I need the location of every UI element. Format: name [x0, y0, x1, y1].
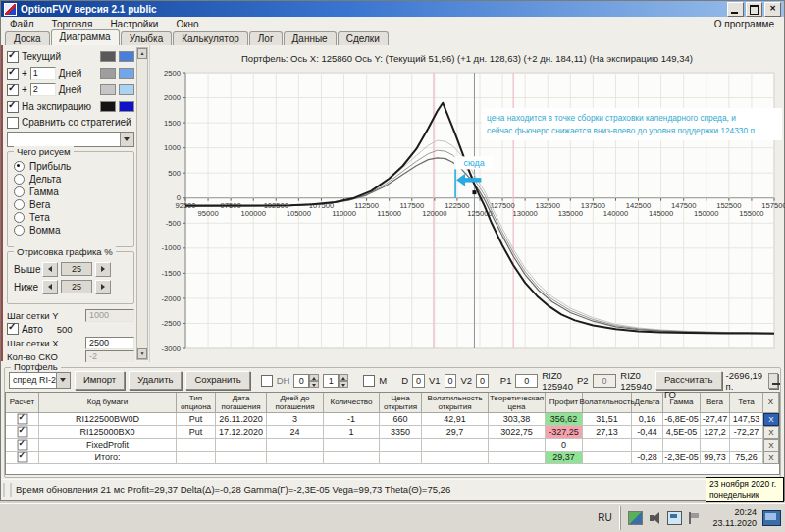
current-line-swatch[interactable] — [100, 51, 116, 62]
compare-strategy-checkbox[interactable] — [7, 117, 19, 129]
language-indicator[interactable]: RU — [590, 512, 619, 523]
d-input[interactable]: 0 — [412, 374, 425, 388]
radio-theta-dot[interactable] — [14, 212, 25, 223]
column-header-11[interactable]: Дельта — [632, 393, 663, 413]
m-checkbox[interactable] — [363, 375, 375, 387]
below-decrease-button[interactable] — [42, 280, 58, 294]
column-header-9[interactable]: Профит — [546, 393, 583, 413]
tray-app-icon[interactable] — [628, 511, 643, 525]
column-header-10[interactable]: Волатильность — [583, 393, 632, 413]
strategy-select[interactable] — [7, 132, 134, 147]
radio-gamma[interactable]: Гамма — [14, 186, 130, 198]
radio-vomma-dot[interactable] — [14, 225, 25, 236]
column-header-1[interactable]: Код бумаги — [39, 393, 177, 413]
menu-settings[interactable]: Настройки — [101, 19, 167, 29]
column-header-3[interactable]: Дата погашения — [216, 393, 267, 413]
plus2-days-input[interactable]: 2 — [30, 83, 56, 96]
row-delete-button[interactable]: X — [763, 413, 779, 426]
row-calc-checkbox[interactable] — [17, 440, 27, 451]
calc-margin-button[interactable]: Рассчитать ГО — [655, 371, 722, 390]
column-header-14[interactable]: Тета — [730, 393, 763, 413]
expiration-fill-swatch[interactable] — [119, 101, 134, 112]
p1-input[interactable]: 0 — [515, 374, 538, 388]
radio-gamma-dot[interactable] — [14, 186, 25, 197]
row-calc-checkbox[interactable] — [17, 414, 27, 425]
plus1-fill-swatch[interactable] — [119, 68, 134, 79]
column-header-5[interactable]: Количество — [324, 393, 380, 413]
chevron-down-icon[interactable] — [120, 133, 133, 146]
plus2-checkbox[interactable] — [7, 84, 19, 96]
import-button[interactable]: Импорт — [75, 371, 125, 390]
column-header-2[interactable]: Тип опциона — [177, 393, 216, 413]
column-header-0[interactable]: Расчет — [6, 393, 39, 413]
plus1-line-swatch[interactable] — [100, 68, 116, 79]
pnl-chart[interactable]: -3000-2500-2000-1500-1000-50005001000150… — [150, 45, 785, 362]
tab-data[interactable]: Данные — [284, 31, 337, 45]
plus1-checkbox[interactable] — [7, 68, 19, 80]
p2-input[interactable]: 0 — [593, 374, 617, 388]
dh-spinner-2[interactable]: 1 — [323, 374, 348, 388]
tab-calculator[interactable]: Калькулятор — [173, 31, 248, 45]
row-delete-button[interactable]: X — [763, 426, 779, 439]
auto-checkbox[interactable] — [7, 323, 19, 335]
v1-input[interactable]: 0 — [445, 374, 457, 388]
minimize-icon[interactable] — [727, 2, 744, 17]
spin-up-icon[interactable] — [309, 374, 319, 381]
radio-vega-dot[interactable] — [14, 199, 25, 210]
v2-input[interactable]: 0 — [476, 374, 489, 388]
column-header-8[interactable]: Теоретическая цена — [489, 393, 546, 413]
taskbar-clock[interactable]: 20:24 23.11.2020 — [707, 507, 762, 529]
tab-deals[interactable]: Сделки — [338, 31, 389, 45]
tab-diagram[interactable]: Диаграмма — [51, 29, 120, 45]
sko-input[interactable]: -2 — [85, 350, 134, 363]
delete-button[interactable]: Удалить — [129, 371, 182, 390]
radio-profit[interactable]: Прибыль — [14, 160, 130, 173]
radio-vomma[interactable]: Вомма — [14, 224, 130, 237]
menu-window[interactable]: Окно — [167, 19, 207, 29]
expiration-checkbox[interactable] — [7, 101, 19, 113]
expiration-line-swatch[interactable] — [100, 101, 116, 112]
plus2-fill-swatch[interactable] — [119, 84, 134, 95]
sidebar-scrollbar[interactable]: ▲ ▼ — [136, 47, 148, 360]
column-header-13[interactable]: Вега — [701, 393, 730, 413]
dh-spinner-1[interactable]: 0 — [293, 374, 319, 388]
radio-profit-dot[interactable] — [14, 161, 25, 172]
plus1-days-input[interactable]: 1 — [30, 67, 56, 80]
above-decrease-button[interactable] — [42, 262, 58, 277]
menu-trading[interactable]: Торговля — [43, 19, 102, 29]
column-header-7[interactable]: Волатильность открытия — [422, 393, 489, 413]
tab-smile[interactable]: Улыбка — [121, 31, 173, 45]
tab-board[interactable]: Доска — [5, 31, 50, 45]
below-value[interactable]: 25 — [61, 280, 92, 293]
row-calc-checkbox[interactable] — [17, 427, 27, 438]
menu-about[interactable]: О программе — [714, 19, 784, 29]
maximize-icon[interactable] — [746, 2, 762, 17]
row-delete-button[interactable]: X — [763, 439, 779, 452]
row-delete-button[interactable]: X — [763, 452, 779, 464]
radio-delta-dot[interactable] — [14, 174, 25, 185]
display-icon[interactable] — [762, 510, 781, 526]
taskbar[interactable]: RU 20:24 23.11.2020 — [0, 503, 785, 532]
scroll-down-icon[interactable]: ▼ — [137, 348, 147, 359]
volume-icon[interactable] — [649, 512, 661, 524]
scroll-up-icon[interactable]: ▲ — [137, 48, 147, 59]
save-button[interactable]: Сохранить — [185, 371, 249, 390]
current-fill-swatch[interactable] — [119, 51, 134, 62]
radio-vega[interactable]: Вега — [14, 198, 130, 211]
above-increase-button[interactable] — [95, 262, 111, 277]
column-header-6[interactable]: Цена открытия — [380, 393, 422, 413]
spin-down-icon[interactable] — [309, 381, 319, 388]
plus2-line-swatch[interactable] — [100, 84, 116, 95]
dock-splitter[interactable] — [1, 45, 3, 361]
step-y-input[interactable]: 1000 — [85, 309, 134, 322]
spin-down-icon[interactable] — [339, 381, 348, 388]
current-checkbox[interactable] — [7, 51, 19, 63]
network-icon[interactable] — [667, 511, 682, 525]
radio-delta[interactable]: Дельта — [14, 173, 130, 186]
close-icon[interactable] — [764, 2, 781, 17]
spin-up-icon[interactable] — [339, 374, 348, 381]
chevron-down-icon[interactable] — [56, 373, 70, 388]
below-increase-button[interactable] — [95, 280, 111, 294]
preset-select[interactable]: спред RI-2 — [9, 372, 71, 389]
dh-checkbox[interactable] — [261, 375, 273, 387]
